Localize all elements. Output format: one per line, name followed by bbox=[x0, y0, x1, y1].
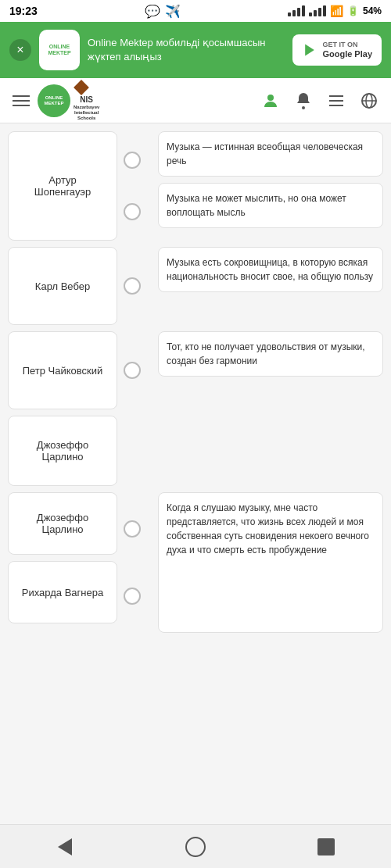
navbar: ONLINE MEKTEP NIS Nazarbayev Intellectua… bbox=[0, 78, 391, 123]
right-card-4: Тот, кто не получает удовольствия от муз… bbox=[158, 331, 383, 377]
wifi-icon: 📶 bbox=[330, 5, 343, 17]
svg-rect-5 bbox=[329, 105, 343, 106]
recents-square-icon bbox=[317, 838, 335, 855]
battery-icon: 🔋 bbox=[347, 5, 359, 16]
google-play-label: GET IT ON Google Play bbox=[322, 41, 372, 59]
right-card-1: Музыка — истинная всеобщая человеческая … bbox=[158, 131, 383, 177]
online-mektep-logo: ONLINE MEKTEP bbox=[38, 84, 70, 117]
match-row-5: Джозеффо Царлино Рихарда Вагнера Когда я… bbox=[8, 492, 383, 633]
signal-icon-2 bbox=[309, 5, 326, 16]
radio-2a[interactable] bbox=[124, 277, 141, 295]
status-left-icons: 💬 ✈️ bbox=[145, 4, 181, 19]
recents-button[interactable] bbox=[310, 831, 342, 863]
hamburger-menu-button[interactable] bbox=[13, 95, 30, 106]
radio-5a[interactable] bbox=[124, 520, 141, 538]
radio-3a[interactable] bbox=[124, 362, 141, 379]
svg-rect-4 bbox=[329, 100, 343, 102]
back-button[interactable] bbox=[49, 831, 81, 863]
right-card-2: Музыка не может мыслить, но она может во… bbox=[158, 183, 383, 228]
banner-left-section: × ONLINE MEKTEP Online Mektep мобильді қ… bbox=[9, 30, 292, 70]
battery-percent: 54% bbox=[363, 5, 382, 16]
signal-icon bbox=[288, 5, 305, 16]
home-button[interactable] bbox=[180, 831, 211, 863]
radio-5b[interactable] bbox=[124, 588, 141, 605]
match-row-2: Карл Вебер Музыка есть сокровищница, в к… bbox=[8, 247, 383, 325]
right-card-5: Когда я слушаю музыку, мне часто предста… bbox=[158, 492, 383, 633]
svg-marker-0 bbox=[306, 44, 315, 55]
banner-logo: ONLINE MEKTEP bbox=[39, 30, 80, 70]
status-right-icons: 📶 🔋 54% bbox=[288, 5, 382, 17]
left-card-5a: Джозеффо Царлино bbox=[8, 492, 117, 555]
telegram-icon: ✈️ bbox=[165, 4, 181, 19]
main-content: Артур Шопенгауэр Музыка — истинная всеоб… bbox=[0, 123, 391, 702]
svg-rect-3 bbox=[329, 95, 343, 97]
banner-text: Online Mektep мобильді қосымшасын жүктеп… bbox=[88, 36, 292, 64]
nav-logo-group: ONLINE MEKTEP NIS Nazarbayev Intellectua… bbox=[38, 80, 253, 122]
match-row-3: Петр Чайковский Тот, кто не получает удо… bbox=[8, 331, 383, 409]
list-icon[interactable] bbox=[327, 91, 346, 110]
banner-close-button[interactable]: × bbox=[9, 39, 31, 61]
app-banner: × ONLINE MEKTEP Online Mektep мобильді қ… bbox=[0, 22, 391, 78]
messenger-icon: 💬 bbox=[145, 4, 160, 19]
match-row-1: Артур Шопенгауэр Музыка — истинная всеоб… bbox=[8, 131, 383, 241]
google-play-button[interactable]: GET IT ON Google Play bbox=[292, 34, 382, 66]
left-card-3: Петр Чайковский bbox=[8, 331, 117, 409]
nis-diamond-icon bbox=[74, 80, 89, 95]
svg-point-2 bbox=[302, 106, 305, 109]
match-row-4: Джозеффо Царлино bbox=[8, 416, 383, 486]
bottom-nav bbox=[0, 824, 391, 868]
status-bar: 19:23 💬 ✈️ 📶 🔋 54% bbox=[0, 0, 391, 22]
right-card-3: Музыка есть сокровищница, в которую всяк… bbox=[158, 247, 383, 292]
profile-icon[interactable] bbox=[261, 91, 280, 110]
radio-1a[interactable] bbox=[124, 152, 141, 169]
globe-icon[interactable] bbox=[360, 91, 378, 110]
notification-icon[interactable] bbox=[294, 91, 313, 110]
home-circle-icon bbox=[185, 837, 206, 857]
status-time: 19:23 bbox=[9, 5, 38, 17]
left-card-5b: Рихарда Вагнера bbox=[8, 561, 117, 623]
radio-1b[interactable] bbox=[124, 203, 141, 220]
nis-logo: NIS Nazarbayev Intellectual Schools bbox=[74, 80, 99, 122]
google-play-icon bbox=[302, 42, 317, 58]
svg-point-1 bbox=[267, 95, 274, 101]
left-card-1: Артур Шопенгауэр bbox=[8, 131, 117, 241]
left-card-4: Джозеффо Царлино bbox=[8, 416, 117, 486]
back-triangle-icon bbox=[58, 838, 72, 855]
nav-icons-right bbox=[261, 91, 378, 110]
left-card-2: Карл Вебер bbox=[8, 247, 117, 325]
